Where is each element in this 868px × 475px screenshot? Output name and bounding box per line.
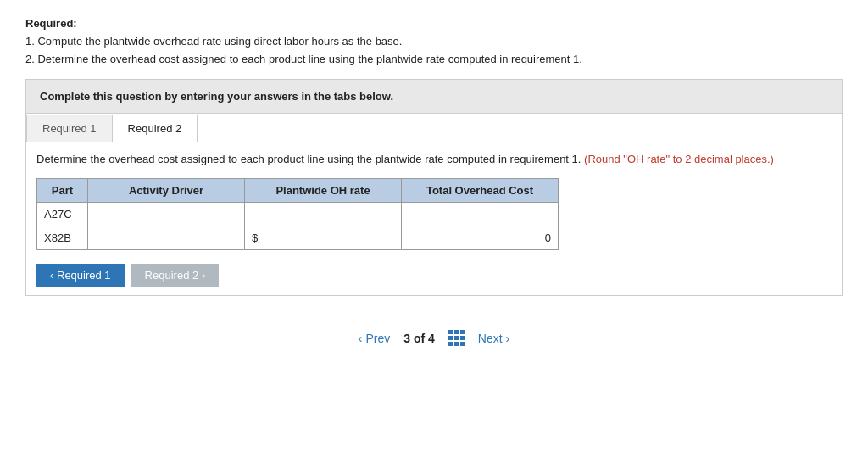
tab-content: Determine the overhead cost assigned to … xyxy=(26,142,842,296)
required-label: Required: xyxy=(25,17,843,30)
dollar-sign: $ xyxy=(252,232,258,244)
col-header-plantwide-oh: Plantwide OH rate xyxy=(245,179,402,203)
plantwide-oh-a27c-input[interactable] xyxy=(245,203,401,226)
complete-box: Complete this question by entering your … xyxy=(25,79,843,114)
prev-required-button[interactable]: ‹ Required 1 xyxy=(36,264,125,287)
activity-driver-a27c-cell xyxy=(88,203,245,226)
chevron-right-icon: › xyxy=(202,270,205,282)
instruction-text: Determine the overhead cost assigned to … xyxy=(36,151,832,169)
next-req-label: Required 2 xyxy=(145,269,199,282)
part-x82b: X82B xyxy=(37,226,88,250)
prev-req-label: Required 1 xyxy=(57,269,111,282)
prev-page-button[interactable]: ‹ Prev xyxy=(359,332,390,345)
col-header-total-overhead: Total Overhead Cost xyxy=(402,179,559,203)
activity-driver-x82b-cell xyxy=(88,226,245,250)
required-header: Required: 1. Compute the plantwide overh… xyxy=(25,17,843,69)
part-a27c: A27C xyxy=(37,203,88,226)
instruction-main: Determine the overhead cost assigned to … xyxy=(36,153,581,165)
required-item-2: 2. Determine the overhead cost assigned … xyxy=(25,51,843,69)
activity-driver-x82b-input[interactable] xyxy=(88,226,244,249)
plantwide-oh-a27c-cell xyxy=(245,203,402,226)
bottom-nav: ‹ Prev 3 of 4 Next › xyxy=(25,330,843,346)
nav-buttons: ‹ Required 1 Required 2 › xyxy=(36,264,832,287)
chevron-left-page-icon: ‹ xyxy=(359,332,363,345)
plantwide-oh-x82b-cell: $ xyxy=(245,226,402,250)
col-header-part: Part xyxy=(37,179,88,203)
instruction-note: (Round "OH rate" to 2 decimal places.) xyxy=(584,153,774,165)
tab-required-2[interactable]: Required 2 xyxy=(112,115,198,142)
total-overhead-a27c-input[interactable] xyxy=(402,203,558,226)
tabs-container: Required 1 Required 2 Determine the over… xyxy=(25,114,843,297)
page-info: 3 of 4 xyxy=(403,332,435,345)
col-header-activity-driver: Activity Driver xyxy=(88,179,245,203)
tabs-row: Required 1 Required 2 xyxy=(26,114,842,142)
next-required-button[interactable]: Required 2 › xyxy=(131,264,220,287)
next-page-label: Next xyxy=(478,332,503,345)
chevron-left-icon: ‹ xyxy=(50,270,53,282)
complete-box-text: Complete this question by entering your … xyxy=(40,90,393,103)
activity-driver-a27c-input[interactable] xyxy=(88,203,244,226)
grid-icon[interactable] xyxy=(448,330,465,346)
chevron-right-page-icon: › xyxy=(506,332,510,345)
data-table: Part Activity Driver Plantwide OH rate T… xyxy=(36,178,559,250)
required-item-1: 1. Compute the plantwide overhead rate u… xyxy=(25,33,843,51)
table-row: A27C xyxy=(37,203,559,226)
next-page-button[interactable]: Next › xyxy=(478,332,509,345)
total-overhead-x82b-value: 0 xyxy=(402,226,559,250)
table-row: X82B $ 0 xyxy=(37,226,559,250)
prev-page-label: Prev xyxy=(365,332,390,345)
total-overhead-a27c-cell xyxy=(402,203,559,226)
tab-required-1[interactable]: Required 1 xyxy=(26,115,113,142)
